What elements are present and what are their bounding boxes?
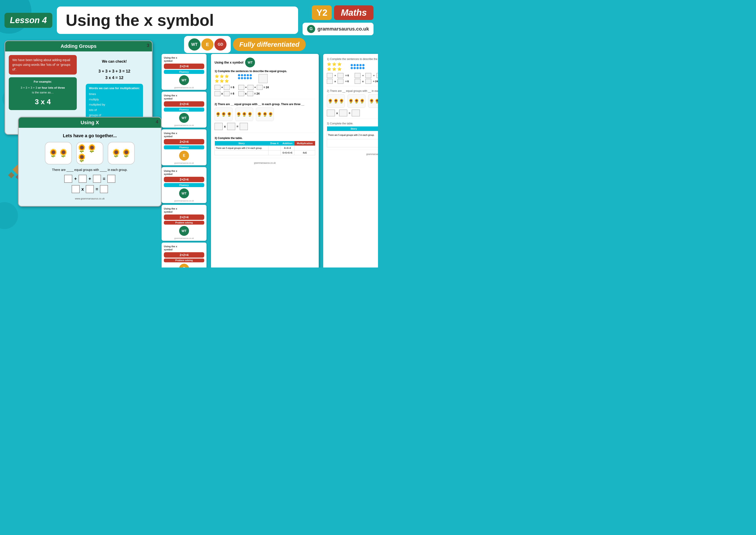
sunflower-group-3: 🌻🌻 <box>108 142 135 164</box>
wt-badge: WT <box>188 38 201 51</box>
r-dot-6 <box>351 67 353 69</box>
ws-main-section3: 3) Complete the table. Story Draw it Add… <box>215 137 315 158</box>
fully-differentiated-area: WT E GD Fully differentiated <box>184 36 306 53</box>
worksheets-area: WT E GD Fully differentiated Using the x… <box>162 36 376 265</box>
ws-right-s2-title: 2) There are __ equal groups with __ in … <box>327 89 378 93</box>
r-star-1: ⭐ <box>327 62 331 66</box>
col-mult: Multiplication <box>294 141 315 146</box>
slide3-title: Adding Groups <box>61 43 96 49</box>
result-input-1[interactable] <box>258 74 268 83</box>
ws-mini-2-logo: 2+2=4 <box>164 101 204 107</box>
plus-sign-2: + <box>89 176 91 182</box>
add-2: 6+6+6+6 <box>280 151 294 155</box>
x-sign: x <box>81 187 84 192</box>
sf-eq-2[interactable] <box>227 123 235 130</box>
fill-blanks-text: There are ____ equal groups with ____ in… <box>52 168 127 172</box>
ws-mini-1: Using the xsymbol 2+2=4 Fluency WT gramm… <box>162 54 206 90</box>
eq-box-g[interactable] <box>224 91 230 96</box>
draw-1 <box>268 146 280 151</box>
ws-mini-4-logo: 2+2=4 <box>164 177 204 182</box>
star-1: ⭐ <box>215 74 219 78</box>
slide4-title: Using X <box>81 120 99 126</box>
r-dot-1 <box>351 64 353 66</box>
green-box-text: 3 + 3 + 3 + 3 or four lots of threeis th… <box>12 86 73 95</box>
eq-box-h[interactable] <box>238 91 244 96</box>
r-eq-a[interactable] <box>327 73 333 78</box>
ws-main-gram: grammarsaurus.co.uk <box>215 162 315 164</box>
r-story-1: There are 5 equal groups with 2 in each … <box>327 131 378 139</box>
page-title: Using the x symbol <box>66 11 214 29</box>
sunflower-icon-2: 🌻🌻🌻 <box>77 144 103 163</box>
eq-box-c[interactable] <box>238 85 244 90</box>
e-badge: E <box>201 38 214 51</box>
grammarsaurus-box: G grammarsaurus.co.uk <box>303 23 373 35</box>
ws-mini-1-title: Using the xsymbol <box>164 56 204 63</box>
r-eq-i[interactable] <box>365 79 371 84</box>
ws-mini-4-fluency: Fluency <box>164 183 204 187</box>
r-eq-h[interactable] <box>355 79 361 84</box>
sf-eq-3[interactable] <box>240 123 248 130</box>
worksheet-table: Story Draw it Addition Multiplication Th… <box>215 141 315 155</box>
eq-sym: = <box>237 125 238 128</box>
eq-box-b[interactable] <box>224 85 230 90</box>
r-eq-g[interactable] <box>338 79 343 84</box>
x-sym: x <box>224 125 226 128</box>
right-worksheet-table: Story Draw it Addition Multiplication Th… <box>327 127 378 147</box>
red-info-box: We have been talking about adding equal … <box>9 55 77 74</box>
ws-right-gram: grammarsaurus.co.uk <box>327 153 378 155</box>
ws-mini-3: Using the xsymbol 2+2=4 Fluency E gramma… <box>162 129 206 165</box>
r-story-2 <box>327 139 378 147</box>
ws-mini-2-wt: WT <box>179 113 189 123</box>
r-eq-c[interactable] <box>355 73 361 78</box>
slide3-number: 3 <box>147 43 149 48</box>
ws-mini-4-wt: WT <box>179 188 189 198</box>
eq-box-f[interactable] <box>215 91 220 96</box>
ws-mini-3-fluency: Fluency <box>164 145 204 149</box>
grammarsaurus-url: grammarsaurus.co.uk <box>317 26 369 32</box>
r-star-4: ⭐ <box>327 67 331 71</box>
r-eq-f[interactable] <box>327 79 333 84</box>
eq-box-a[interactable] <box>215 85 220 90</box>
ws-mini-2-gram: grammarsaurus.co.uk <box>164 124 204 127</box>
eq-box-e[interactable] <box>257 85 263 90</box>
ws-mini-4-gram: grammarsaurus.co.uk <box>164 200 204 202</box>
dot-10 <box>250 77 252 79</box>
right-s1-content: ⭐ ⭐ ⭐ ⭐ ⭐ ⭐ <box>327 62 378 71</box>
green-example-box: For example: 3 + 3 + 3 + 3 or four lots … <box>9 77 77 110</box>
add-box-1 <box>64 175 72 183</box>
sunflower-groups: 🌻🌻 🌻🌻🌻 🌻🌻 <box>45 142 135 164</box>
r-star-2: ⭐ <box>332 62 337 66</box>
col-addition: Addition <box>280 141 294 146</box>
eq-box-i[interactable] <box>247 91 253 96</box>
r-dot-3 <box>357 64 359 66</box>
ws-mini-6: Using the xsymbol 2+2=4 Problem solving … <box>162 242 206 268</box>
dot-6 <box>238 77 240 79</box>
sf-eq-1[interactable] <box>215 123 223 130</box>
right-sf-1: 🌻🌻🌻 <box>327 94 345 108</box>
r-eq-e[interactable] <box>376 73 378 78</box>
r-eq-b[interactable] <box>338 73 343 78</box>
grammarsaurus-logo-icon: G <box>307 25 315 33</box>
right-s1-equations: + = 6 + + = 24 <box>327 73 378 78</box>
eq-box-d[interactable] <box>248 85 254 90</box>
ws-mini-2-fluency: Fluency <box>164 108 204 112</box>
ws-main-title: Using the x symbol <box>215 61 243 64</box>
ws-right-s1-title: 1) Complete the sentences to describe th… <box>327 58 378 61</box>
dot-2 <box>241 74 243 76</box>
right-sf-mult-row: x = <box>327 110 378 116</box>
dot-9 <box>247 77 249 79</box>
ws-mini-1-wt: WT <box>179 75 189 85</box>
ws-mini-3-gram: grammarsaurus.co.uk <box>164 162 204 164</box>
r-sf-2[interactable] <box>339 110 347 116</box>
ws-mini-1-logo: 2+2=4 <box>164 64 204 69</box>
star-5: ⭐ <box>220 79 224 83</box>
r-sf-1[interactable] <box>327 110 335 116</box>
eq-row-1: + = 6 + + = 24 <box>215 85 269 90</box>
mult-2: 4x6 <box>294 151 315 155</box>
r-eq-d[interactable] <box>365 73 371 78</box>
r-sf-3[interactable] <box>352 110 360 116</box>
ws-right-section2: 2) There are __ equal groups with __ in … <box>327 89 378 119</box>
ws-mini-5-title: Using the xsymbol <box>164 207 204 213</box>
ws-mini-4-title: Using the xsymbol <box>164 169 204 176</box>
ws-right-section3: 3) Complete the table. Story Draw it Add… <box>327 122 378 150</box>
